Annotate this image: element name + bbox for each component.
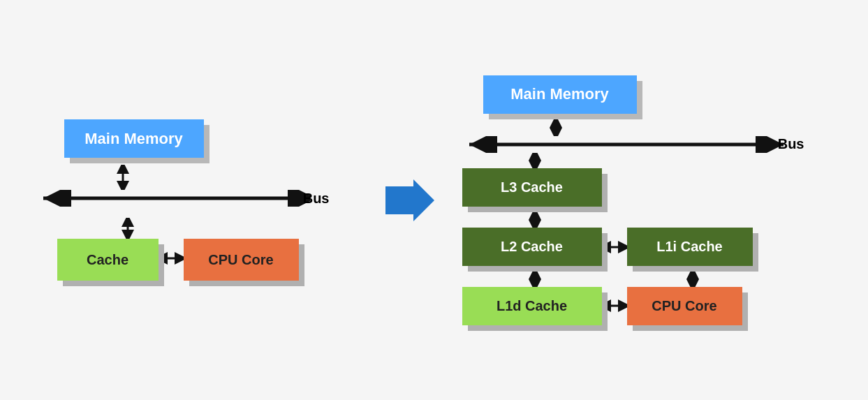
v-arrow-l2-l1d [527,272,543,287]
left-bus-label: Bus [303,191,330,207]
left-diagram: Main Memory [36,119,358,281]
v-arrow-rmem-bus [547,119,564,136]
right-bus-label: Bus [778,136,804,152]
right-diagram: Main Memory [462,75,832,325]
v-arrow-bus-l3 [527,153,543,168]
big-right-arrow [385,179,434,221]
right-main-memory: Main Memory [483,75,637,114]
right-l3-cache: L3 Cache [462,168,602,207]
v-arrow-mem-bus [115,165,131,190]
left-bus-line [36,190,310,207]
right-bus-line [462,136,785,153]
main-container: Main Memory [15,75,853,325]
v-arrow-l1i-cpu [684,272,701,287]
transition-arrow [385,179,434,221]
svg-marker-4 [385,179,434,221]
right-l1d-cache: L1d Cache [462,287,602,325]
v-arrow-bus-cache [119,218,136,239]
right-cpu-core: CPU Core [627,287,742,325]
right-l2-cache: L2 Cache [462,228,602,266]
left-cache: Cache [57,239,159,281]
left-cpu-core: CPU Core [184,239,299,281]
left-main-memory: Main Memory [64,119,204,158]
right-l1i-cache: L1i Cache [627,228,753,266]
v-arrow-l3-l2 [527,212,543,228]
